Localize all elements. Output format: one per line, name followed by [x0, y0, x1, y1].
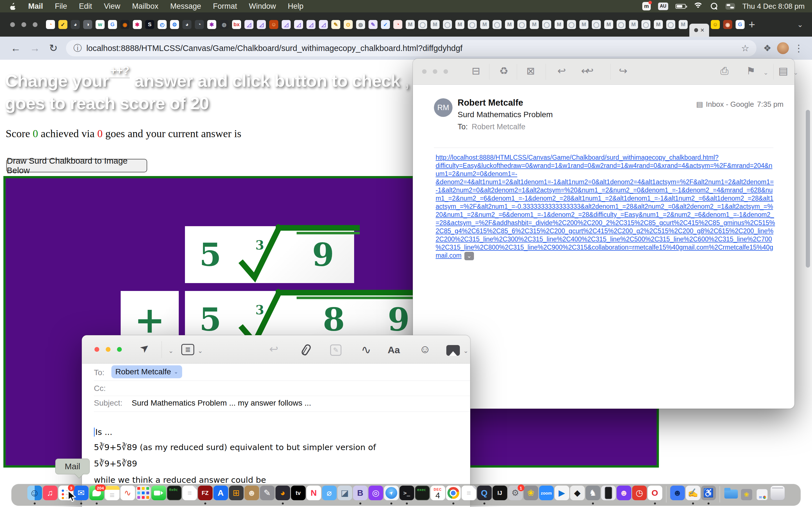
browser-tab-favicon[interactable]: w: [96, 20, 105, 29]
send-options-chevron-icon[interactable]: ⌄: [168, 347, 173, 355]
dock-settings[interactable]: ⚙1: [508, 486, 523, 505]
body-line[interactable]: 5∛9+5∛89 (as my reduced surd) equivalent…: [94, 443, 376, 452]
dock-safari[interactable]: [384, 486, 399, 505]
browser-tab-favicon[interactable]: ◿: [257, 20, 266, 29]
status-app-icon[interactable]: m: [642, 2, 651, 10]
collapse-quoted-button[interactable]: ⌄: [464, 252, 474, 260]
browser-tab-favicon[interactable]: M: [430, 20, 440, 29]
browser-tab-favicon[interactable]: ◯: [642, 20, 651, 29]
dock-paint-app[interactable]: ❀: [523, 486, 538, 505]
browser-tab-favicon[interactable]: M: [406, 20, 415, 29]
browser-tab-favicon[interactable]: ◯: [443, 20, 452, 29]
browser-tab-favicon[interactable]: M: [579, 20, 589, 29]
dock-accessibility[interactable]: ♿: [701, 486, 716, 505]
dock-textedit[interactable]: [183, 486, 197, 505]
menu-item-message[interactable]: Message: [170, 2, 201, 11]
browser-tab-favicon[interactable]: ◕: [71, 20, 80, 29]
subject-value[interactable]: Surd Mathematics Problem ... my answer f…: [132, 399, 311, 407]
attachment-icon[interactable]: [301, 343, 312, 356]
url-text[interactable]: localhost:8888/HTMLCSS/Canvas/Game/Chalk…: [86, 44, 737, 53]
dock-people-app[interactable]: ☻: [670, 486, 685, 505]
email-link-line[interactable]: 2C200%2C315_line%2C300%2C315_line%2C400%…: [436, 235, 788, 243]
browser-tab-favicon[interactable]: ◯: [592, 20, 601, 29]
dock-cat-app[interactable]: ☻: [617, 486, 631, 505]
dock-facetime[interactable]: [151, 486, 166, 505]
photo-browser-chevron-icon[interactable]: ⌄: [463, 347, 468, 355]
browser-tab-favicon[interactable]: ◕: [183, 20, 192, 29]
browser-tab-favicon[interactable]: M: [604, 20, 613, 29]
print-icon[interactable]: ⎙: [720, 65, 728, 77]
flag-icon[interactable]: ⚑: [746, 65, 755, 77]
dock-chrome[interactable]: [446, 486, 461, 505]
browser-tab-favicon[interactable]: S: [145, 20, 154, 29]
browser-tab-favicon[interactable]: M: [629, 20, 638, 29]
browser-tab-favicon[interactable]: ◴: [158, 20, 167, 29]
dock-zoom[interactable]: zoom: [539, 486, 554, 505]
browser-tab-favicon[interactable]: ◿: [294, 20, 303, 29]
close-button[interactable]: [422, 69, 426, 74]
email-link-line[interactable]: =28&actsym_=%2F&addhashbit=_divide%2C200…: [436, 219, 788, 227]
back-icon[interactable]: ←: [11, 42, 21, 54]
browser-tab-favicon[interactable]: ⊙: [344, 20, 353, 29]
dock-iterm[interactable]: >_: [400, 486, 414, 505]
dock-quicktime[interactable]: Q: [477, 486, 492, 505]
forward-icon[interactable]: →: [30, 42, 40, 54]
browser-tab-favicon[interactable]: ◍: [220, 20, 229, 29]
header-fields-chevron-icon[interactable]: ⌄: [198, 347, 203, 355]
dock-pages-doc[interactable]: [462, 486, 476, 505]
browser-tab-favicon[interactable]: ✱: [133, 20, 142, 29]
battery-icon[interactable]: [675, 4, 686, 9]
browser-tab-favicon[interactable]: ◯: [493, 20, 502, 29]
dock-speedtest[interactable]: ◷: [632, 486, 647, 505]
browser-tab-favicon[interactable]: ◑: [83, 20, 92, 29]
forward-icon[interactable]: ↪: [619, 65, 627, 77]
dock-app-store[interactable]: A: [213, 486, 228, 505]
menu-clock[interactable]: Thu 4 Dec 8:08 pm: [742, 2, 805, 11]
bookmark-star-icon[interactable]: ☆: [741, 43, 749, 54]
browser-tab-favicon[interactable]: ◿: [282, 20, 291, 29]
browser-tab-favicon[interactable]: ◉: [120, 20, 130, 29]
browser-profile-avatar[interactable]: [777, 42, 789, 54]
zoom-button[interactable]: [117, 347, 122, 352]
email-link-line[interactable]: m1_=2&num2_=6&denom1_=-1&denom2_=28&alt1…: [436, 194, 788, 203]
browser-tab-favicon[interactable]: ✎: [331, 20, 340, 29]
minimize-button[interactable]: [106, 347, 110, 352]
email-link-line[interactable]: difficulty=Easy&luckofthedraw=0&wrand=1&…: [436, 162, 788, 170]
format-icon[interactable]: Aa: [388, 344, 400, 355]
dock-firefox[interactable]: ◕: [275, 486, 290, 505]
browser-tab-favicon[interactable]: M: [455, 20, 464, 29]
browser-tab-favicon[interactable]: ✱: [207, 20, 216, 29]
send-icon[interactable]: ➤: [140, 342, 149, 354]
email-link-line[interactable]: um1=2&num2=0&denom1=-: [436, 170, 788, 178]
browser-tab-favicon[interactable]: bx: [232, 20, 241, 29]
zoom-button[interactable]: [444, 69, 448, 74]
dock-launchpad[interactable]: [136, 486, 151, 505]
reload-icon[interactable]: ↻: [49, 42, 57, 54]
close-button[interactable]: [94, 347, 99, 352]
email-link-line[interactable]: 20&num1_=2&num2_=6&denom1_=-1&denom2_=28…: [436, 211, 788, 219]
email-link-line[interactable]: -1&alt2num2=0&alt2denom2=1&alt2actsym=%2…: [436, 186, 788, 194]
photo-browser-icon[interactable]: [446, 345, 460, 356]
browser-tab-favicon[interactable]: G: [735, 20, 745, 29]
browser-tab-favicon[interactable]: M: [679, 20, 688, 29]
email-link-line[interactable]: 2C85_g4%2C615%2C85_6%2C315%2C200_gcurt%2…: [436, 227, 788, 235]
dock-messages[interactable]: 204: [89, 486, 104, 505]
active-tab[interactable]: ×: [689, 24, 709, 37]
browser-tab-favicon[interactable]: M: [654, 20, 663, 29]
input-source-icon[interactable]: AU: [658, 3, 668, 10]
dock-terminal-exec[interactable]: 0x0c: [167, 486, 182, 505]
dock-graph-app[interactable]: ∿: [120, 486, 135, 505]
browser-tab-favicon[interactable]: ◔: [46, 20, 55, 29]
tab-close-icon[interactable]: ×: [700, 26, 704, 34]
browser-tab-favicon[interactable]: ☺: [269, 20, 278, 29]
dock-photos-utility[interactable]: ◪: [338, 486, 352, 505]
email-link-line[interactable]: mail.com⌄: [436, 251, 788, 260]
reply-all-icon[interactable]: ↩↩: [581, 65, 589, 77]
junk-icon[interactable]: ⊠: [526, 65, 535, 77]
minimize-button[interactable]: [433, 69, 437, 74]
browser-tab-favicon[interactable]: ◔: [393, 20, 402, 29]
browser-tab-favicon[interactable]: ◯: [567, 20, 576, 29]
menu-item-file[interactable]: File: [55, 2, 67, 11]
dock-gimp[interactable]: ✎: [260, 486, 274, 505]
dock-minimized-palette[interactable]: ❀: [739, 486, 754, 505]
